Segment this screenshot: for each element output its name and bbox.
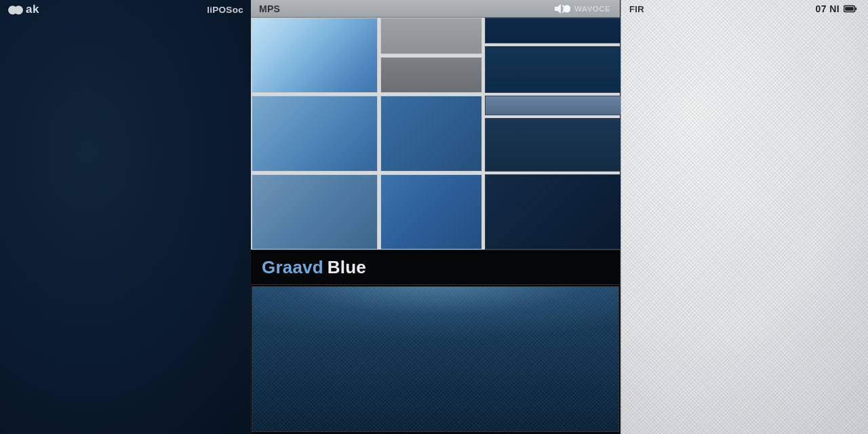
center-header-left-label: MPS bbox=[259, 3, 280, 14]
battery-icon bbox=[844, 5, 857, 13]
swatch-r2-c3-bottom[interactable] bbox=[485, 118, 625, 171]
right-header-left-label: FIR bbox=[629, 4, 644, 14]
swatch-r3-c2[interactable] bbox=[380, 174, 482, 250]
left-header-label: liPOSoc bbox=[207, 5, 243, 15]
swatch-grid bbox=[251, 18, 620, 250]
selected-color-bar: GraavdBlue bbox=[251, 250, 620, 285]
svg-rect-3 bbox=[845, 7, 854, 11]
selected-color-preview[interactable] bbox=[252, 286, 619, 432]
swatch-r2-c3 bbox=[485, 96, 625, 171]
swatch-r2-c2[interactable] bbox=[380, 96, 482, 171]
swatch-r2-c3-top[interactable] bbox=[485, 96, 625, 115]
swatch-r1-c3-bottom[interactable] bbox=[485, 46, 625, 93]
left-header: ak liPOSoc bbox=[0, 0, 250, 18]
swatch-r1-c2 bbox=[380, 18, 482, 93]
selected-color-word2: Blue bbox=[328, 257, 366, 277]
center-header: MPS WAVOCE bbox=[251, 0, 620, 18]
brand-text: ak bbox=[26, 3, 39, 16]
swatch-r1-c1[interactable] bbox=[252, 18, 378, 93]
swatch-r1-c2-bottom[interactable] bbox=[380, 57, 482, 94]
svg-rect-2 bbox=[855, 7, 856, 10]
speaker-icon bbox=[554, 3, 570, 14]
center-panel: MPS WAVOCE bbox=[251, 0, 620, 434]
swatch-grid-area bbox=[251, 18, 620, 250]
left-panel: ak liPOSoc bbox=[0, 0, 251, 434]
swatch-r1-c2-top[interactable] bbox=[380, 18, 482, 54]
right-panel: FIR 07 NI bbox=[620, 0, 868, 434]
selected-color-word1: Graavd bbox=[262, 257, 323, 277]
brand: ak bbox=[8, 3, 39, 16]
swatch-r1-c3 bbox=[485, 18, 625, 93]
center-header-right-label: WAVOCE bbox=[574, 5, 610, 13]
selected-color-name: GraavdBlue bbox=[262, 257, 366, 278]
swatch-r3-c1[interactable] bbox=[252, 174, 378, 250]
svg-point-0 bbox=[564, 5, 571, 12]
swatch-r3-c3[interactable] bbox=[485, 174, 625, 250]
swatch-r1-c3-top[interactable] bbox=[485, 18, 625, 43]
right-header-right-label: 07 NI bbox=[816, 3, 840, 14]
right-header: FIR 07 NI bbox=[621, 0, 868, 18]
brand-logo-icon bbox=[8, 3, 23, 16]
swatch-r2-c1[interactable] bbox=[252, 96, 378, 171]
app-root: ak liPOSoc MPS WAVOCE bbox=[0, 0, 868, 434]
